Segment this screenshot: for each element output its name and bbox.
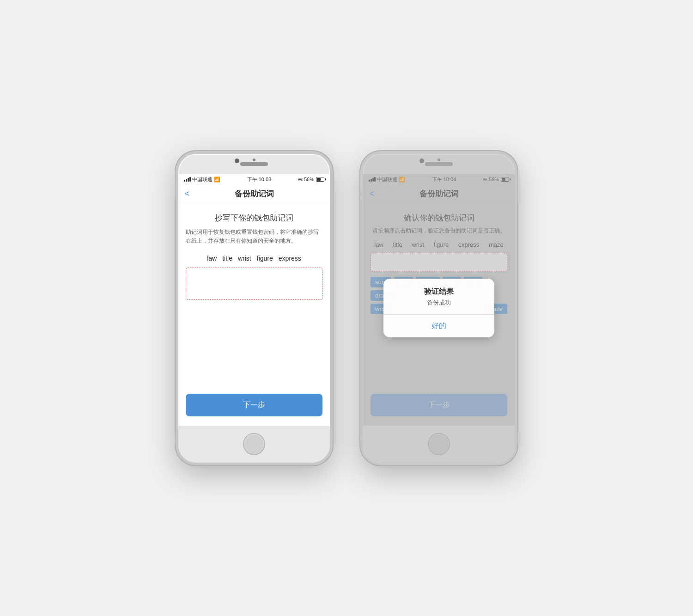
battery-fill — [317, 178, 321, 181]
phone-camera — [235, 159, 239, 163]
screen-content-1: 抄写下你的钱包助记词 助记词用于恢复钱包或重置钱包密码，将它准确的抄写在纸上，并… — [178, 203, 330, 426]
gps-icon: ⊕ — [298, 177, 302, 183]
mnemonic-word-0: law — [207, 255, 217, 262]
phone-2-screen: 中国联通 📶 下午 10:04 ⊕ 56% < 备份助记词 确认你的钱包助记词 … — [363, 174, 515, 426]
dialog-title: 验证结果 — [383, 279, 494, 299]
mnemonic-words-row: law title wrist figure express — [186, 255, 322, 262]
dialog-overlay: 验证结果 备份成功 好的 — [363, 174, 515, 426]
page-title-1: 抄写下你的钱包助记词 — [186, 213, 322, 223]
dialog-box: 验证结果 备份成功 好的 — [383, 279, 494, 337]
home-button-1[interactable] — [243, 433, 265, 455]
dialog-subtitle: 备份成功 — [383, 299, 494, 314]
mnemonic-word-4: express — [279, 255, 301, 262]
carrier-label: 中国联通 — [192, 176, 213, 183]
back-button-1[interactable]: < — [185, 189, 190, 199]
phone-1: 中国联通 📶 下午 10:03 ⊕ 56% < 备份助记词 抄写下你的钱包助记词… — [176, 151, 333, 465]
phone-speaker — [240, 162, 268, 166]
phone-2: 中国联通 📶 下午 10:04 ⊕ 56% < 备份助记词 确认你的钱包助记词 … — [360, 151, 517, 465]
next-button[interactable]: 下一步 — [186, 394, 322, 416]
page-desc-1: 助记词用于恢复钱包或重置钱包密码，将它准确的抄写在纸上，并存放在只有你知道的安全… — [186, 228, 322, 245]
dialog-confirm-button[interactable]: 好的 — [383, 315, 494, 337]
phone-bottom-1 — [178, 426, 330, 463]
mnemonic-word-3: figure — [257, 255, 273, 262]
wifi-icon: 📶 — [214, 177, 220, 183]
signal-icon — [184, 177, 191, 182]
battery-percent: 56% — [304, 177, 314, 182]
mnemonic-word-2: wrist — [238, 255, 251, 262]
nav-bar-1: < 备份助记词 — [178, 185, 330, 203]
time-label: 下午 10:03 — [247, 176, 272, 183]
status-bar-1: 中国联通 📶 下午 10:03 ⊕ 56% — [178, 174, 330, 185]
mnemonic-word-1: title — [222, 255, 232, 262]
mnemonic-write-box — [186, 268, 322, 300]
status-left: 中国联通 📶 — [184, 176, 220, 183]
battery-icon — [316, 177, 324, 182]
status-right: ⊕ 56% — [298, 177, 324, 183]
nav-title-1: 备份助记词 — [235, 189, 274, 199]
phone-1-screen: 中国联通 📶 下午 10:03 ⊕ 56% < 备份助记词 抄写下你的钱包助记词… — [178, 174, 330, 426]
